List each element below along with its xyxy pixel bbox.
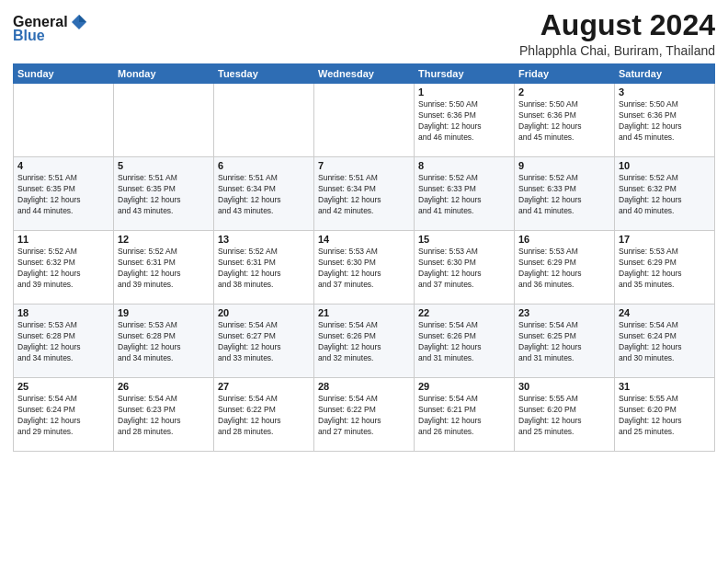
day-info: Sunrise: 5:54 AM Sunset: 6:26 PM Dayligh… <box>418 320 510 364</box>
day-info: Sunrise: 5:54 AM Sunset: 6:21 PM Dayligh… <box>418 394 510 438</box>
day-info: Sunrise: 5:54 AM Sunset: 6:22 PM Dayligh… <box>218 394 310 438</box>
table-row: 10Sunrise: 5:52 AM Sunset: 6:32 PM Dayli… <box>615 157 715 231</box>
day-number: 14 <box>318 234 410 245</box>
svg-marker-1 <box>79 15 86 22</box>
day-info: Sunrise: 5:53 AM Sunset: 6:28 PM Dayligh… <box>17 320 109 364</box>
table-row: 17Sunrise: 5:53 AM Sunset: 6:29 PM Dayli… <box>615 231 715 304</box>
table-row: 20Sunrise: 5:54 AM Sunset: 6:27 PM Dayli… <box>214 304 314 378</box>
logo: General Blue <box>13 13 88 44</box>
table-row: 18Sunrise: 5:53 AM Sunset: 6:28 PM Dayli… <box>14 304 114 378</box>
day-number: 7 <box>318 160 410 171</box>
header: General Blue August 2024 Phlapphla Chai,… <box>13 9 715 58</box>
calendar-week-row: 4Sunrise: 5:51 AM Sunset: 6:35 PM Daylig… <box>14 157 715 231</box>
table-row: 3Sunrise: 5:50 AM Sunset: 6:36 PM Daylig… <box>615 84 715 157</box>
day-info: Sunrise: 5:52 AM Sunset: 6:32 PM Dayligh… <box>17 247 109 291</box>
table-row: 5Sunrise: 5:51 AM Sunset: 6:35 PM Daylig… <box>114 157 214 231</box>
day-info: Sunrise: 5:51 AM Sunset: 6:34 PM Dayligh… <box>218 173 310 217</box>
day-info: Sunrise: 5:52 AM Sunset: 6:33 PM Dayligh… <box>418 173 510 217</box>
day-info: Sunrise: 5:53 AM Sunset: 6:29 PM Dayligh… <box>518 247 610 291</box>
day-info: Sunrise: 5:54 AM Sunset: 6:24 PM Dayligh… <box>17 394 109 438</box>
table-row: 28Sunrise: 5:54 AM Sunset: 6:22 PM Dayli… <box>314 378 415 452</box>
day-number: 19 <box>118 307 210 318</box>
day-number: 25 <box>17 381 109 392</box>
day-info: Sunrise: 5:54 AM Sunset: 6:25 PM Dayligh… <box>518 320 610 364</box>
day-info: Sunrise: 5:52 AM Sunset: 6:31 PM Dayligh… <box>118 247 210 291</box>
table-row: 25Sunrise: 5:54 AM Sunset: 6:24 PM Dayli… <box>14 378 114 452</box>
table-row: 2Sunrise: 5:50 AM Sunset: 6:36 PM Daylig… <box>515 84 615 157</box>
day-number: 26 <box>118 381 210 392</box>
col-friday: Friday <box>515 64 615 84</box>
day-number: 9 <box>518 160 610 171</box>
table-row: 21Sunrise: 5:54 AM Sunset: 6:26 PM Dayli… <box>314 304 415 378</box>
page-title: August 2024 <box>519 9 715 41</box>
day-info: Sunrise: 5:51 AM Sunset: 6:35 PM Dayligh… <box>17 173 109 217</box>
day-number: 20 <box>218 307 310 318</box>
day-number: 10 <box>619 160 711 171</box>
day-number: 13 <box>218 234 310 245</box>
calendar-week-row: 1Sunrise: 5:50 AM Sunset: 6:36 PM Daylig… <box>14 84 715 157</box>
day-number: 16 <box>518 234 610 245</box>
table-row: 19Sunrise: 5:53 AM Sunset: 6:28 PM Dayli… <box>114 304 214 378</box>
table-row: 14Sunrise: 5:53 AM Sunset: 6:30 PM Dayli… <box>314 231 415 304</box>
logo-icon <box>70 13 88 31</box>
table-row: 9Sunrise: 5:52 AM Sunset: 6:33 PM Daylig… <box>515 157 615 231</box>
day-number: 6 <box>218 160 310 171</box>
table-row: 26Sunrise: 5:54 AM Sunset: 6:23 PM Dayli… <box>114 378 214 452</box>
page-subtitle: Phlapphla Chai, Buriram, Thailand <box>519 43 715 58</box>
day-number: 3 <box>619 86 711 98</box>
table-row: 4Sunrise: 5:51 AM Sunset: 6:35 PM Daylig… <box>14 157 114 231</box>
table-row <box>214 84 314 157</box>
day-info: Sunrise: 5:50 AM Sunset: 6:36 PM Dayligh… <box>619 99 711 144</box>
day-info: Sunrise: 5:54 AM Sunset: 6:23 PM Dayligh… <box>118 394 210 438</box>
table-row: 13Sunrise: 5:52 AM Sunset: 6:31 PM Dayli… <box>214 231 314 304</box>
calendar-header-row: Sunday Monday Tuesday Wednesday Thursday… <box>14 64 715 84</box>
day-number: 1 <box>418 86 510 98</box>
table-row: 8Sunrise: 5:52 AM Sunset: 6:33 PM Daylig… <box>415 157 515 231</box>
day-info: Sunrise: 5:53 AM Sunset: 6:30 PM Dayligh… <box>318 247 410 291</box>
calendar-week-row: 25Sunrise: 5:54 AM Sunset: 6:24 PM Dayli… <box>14 378 715 452</box>
day-number: 31 <box>619 381 711 392</box>
day-number: 8 <box>418 160 510 171</box>
day-number: 11 <box>17 234 109 245</box>
table-row: 1Sunrise: 5:50 AM Sunset: 6:36 PM Daylig… <box>415 84 515 157</box>
day-number: 15 <box>418 234 510 245</box>
table-row: 31Sunrise: 5:55 AM Sunset: 6:20 PM Dayli… <box>615 378 715 452</box>
table-row: 7Sunrise: 5:51 AM Sunset: 6:34 PM Daylig… <box>314 157 415 231</box>
day-info: Sunrise: 5:52 AM Sunset: 6:31 PM Dayligh… <box>218 247 310 291</box>
table-row: 23Sunrise: 5:54 AM Sunset: 6:25 PM Dayli… <box>515 304 615 378</box>
table-row: 12Sunrise: 5:52 AM Sunset: 6:31 PM Dayli… <box>114 231 214 304</box>
day-number: 24 <box>619 307 711 318</box>
table-row: 30Sunrise: 5:55 AM Sunset: 6:20 PM Dayli… <box>515 378 615 452</box>
day-number: 27 <box>218 381 310 392</box>
day-number: 29 <box>418 381 510 392</box>
day-number: 28 <box>318 381 410 392</box>
day-info: Sunrise: 5:53 AM Sunset: 6:30 PM Dayligh… <box>418 247 510 291</box>
day-info: Sunrise: 5:50 AM Sunset: 6:36 PM Dayligh… <box>518 99 610 144</box>
col-wednesday: Wednesday <box>314 64 415 84</box>
table-row <box>114 84 214 157</box>
day-info: Sunrise: 5:54 AM Sunset: 6:27 PM Dayligh… <box>218 320 310 364</box>
table-row: 15Sunrise: 5:53 AM Sunset: 6:30 PM Dayli… <box>415 231 515 304</box>
col-tuesday: Tuesday <box>214 64 314 84</box>
day-number: 30 <box>518 381 610 392</box>
day-info: Sunrise: 5:50 AM Sunset: 6:36 PM Dayligh… <box>418 99 510 144</box>
table-row <box>314 84 415 157</box>
table-row: 27Sunrise: 5:54 AM Sunset: 6:22 PM Dayli… <box>214 378 314 452</box>
day-number: 2 <box>518 86 610 98</box>
day-number: 4 <box>17 160 109 171</box>
table-row: 29Sunrise: 5:54 AM Sunset: 6:21 PM Dayli… <box>415 378 515 452</box>
calendar-week-row: 11Sunrise: 5:52 AM Sunset: 6:32 PM Dayli… <box>14 231 715 304</box>
day-info: Sunrise: 5:53 AM Sunset: 6:28 PM Dayligh… <box>118 320 210 364</box>
table-row: 11Sunrise: 5:52 AM Sunset: 6:32 PM Dayli… <box>14 231 114 304</box>
day-info: Sunrise: 5:55 AM Sunset: 6:20 PM Dayligh… <box>518 394 610 438</box>
col-thursday: Thursday <box>415 64 515 84</box>
table-row: 24Sunrise: 5:54 AM Sunset: 6:24 PM Dayli… <box>615 304 715 378</box>
calendar-table: Sunday Monday Tuesday Wednesday Thursday… <box>13 63 715 452</box>
day-number: 12 <box>118 234 210 245</box>
day-number: 17 <box>619 234 711 245</box>
day-info: Sunrise: 5:53 AM Sunset: 6:29 PM Dayligh… <box>619 247 711 291</box>
day-info: Sunrise: 5:54 AM Sunset: 6:22 PM Dayligh… <box>318 394 410 438</box>
page: General Blue August 2024 Phlapphla Chai,… <box>0 0 728 563</box>
day-info: Sunrise: 5:54 AM Sunset: 6:24 PM Dayligh… <box>619 320 711 364</box>
col-monday: Monday <box>114 64 214 84</box>
